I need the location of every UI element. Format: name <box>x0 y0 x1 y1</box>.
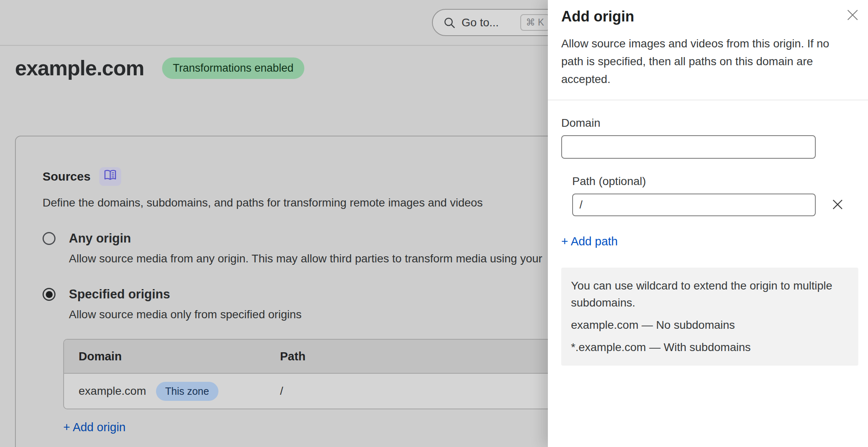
panel-description: Allow source images and videos from this… <box>561 35 848 88</box>
add-origin-panel: Add origin Allow source images and video… <box>548 0 868 447</box>
domain-input[interactable] <box>561 135 816 159</box>
wildcard-info-text: You can use wildcard to extend the origi… <box>571 277 849 311</box>
wildcard-info-box: You can use wildcard to extend the origi… <box>561 268 858 366</box>
remove-path-x-icon <box>832 198 844 212</box>
panel-title: Add origin <box>561 8 858 25</box>
close-panel-button[interactable] <box>844 7 861 23</box>
panel-divider <box>548 100 868 100</box>
path-group: Path (optional) <box>572 175 858 216</box>
path-input[interactable] <box>572 194 816 216</box>
add-path-link[interactable]: + Add path <box>561 235 618 248</box>
close-icon <box>846 8 859 23</box>
path-field-label: Path (optional) <box>572 175 858 188</box>
remove-path-button[interactable] <box>830 198 845 212</box>
app-screen: Go to... ⌘ K example.com Transformations… <box>0 0 868 447</box>
wildcard-example-with-subdomains: *.example.com — With subdomains <box>571 339 849 356</box>
domain-field-label: Domain <box>561 117 858 130</box>
wildcard-example-no-subdomains: example.com — No subdomains <box>571 317 849 334</box>
